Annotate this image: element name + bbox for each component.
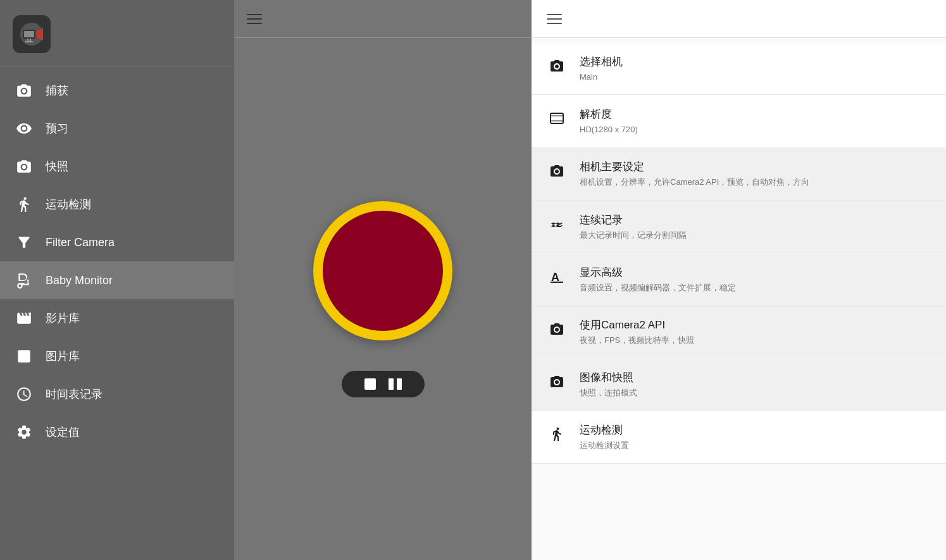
settings-item-title-resolution: 解析度 [580, 107, 931, 121]
settings-item-subtitle-continuous: 最大记录时间，记录分割间隔 [580, 230, 931, 241]
sidebar-header [0, 0, 234, 66]
sidebar-item-label-filter: Filter Camera [46, 236, 115, 249]
stop-button[interactable] [364, 378, 376, 390]
settings-item-subtitle-camera-select: Main [580, 72, 931, 83]
settings-item-camera-select[interactable]: 选择相机Main [532, 43, 946, 95]
sidebar-item-label-timelapse: 时间表记录 [46, 387, 103, 402]
settings-item-subtitle-display-advanced: 音频设置，视频编解码器，文件扩展，稳定 [580, 282, 931, 294]
camera-photo-settings-icon [547, 371, 567, 392]
gear-icon [15, 423, 33, 441]
settings-item-title-continuous: 连续记录 [580, 213, 931, 227]
camera-icon [15, 82, 33, 99]
settings-item-content-display-advanced: 显示高级音频设置，视频编解码器，文件扩展，稳定 [580, 265, 931, 294]
sidebar-navigation: 捕获预习快照运动检测Filter CameraBaby Monitor影片库图片… [0, 66, 234, 560]
settings-item-resolution[interactable]: 解析度HD(1280 x 720) [532, 96, 946, 147]
right-panel: 选择相机Main解析度HD(1280 x 720)相机主要设定相机设置，分辨率，… [532, 0, 946, 560]
walk-settings-icon [547, 424, 567, 444]
camera-settings-icon [547, 319, 567, 339]
pause-button[interactable] [389, 378, 402, 390]
walk-icon [15, 196, 33, 213]
camera-settings-icon [547, 56, 567, 76]
sidebar-item-motion[interactable]: 运动检测 [0, 185, 234, 223]
settings-item-subtitle-camera-main: 相机设置，分辨率，允许Camera2 API，预览，自动对焦，方向 [580, 177, 931, 188]
settings-item-content-image-photo: 图像和快照快照，连拍模式 [580, 370, 931, 399]
sidebar-item-photo[interactable]: 快照 [0, 147, 234, 185]
camera-circle-icon [15, 158, 33, 175]
settings-item-title-camera-main: 相机主要设定 [580, 159, 931, 174]
sidebar-item-video-lib[interactable]: 影片库 [0, 299, 234, 337]
sidebar: 捕获预习快照运动检测Filter CameraBaby Monitor影片库图片… [0, 0, 234, 560]
settings-item-content-camera-select: 选择相机Main [580, 54, 931, 83]
right-header [532, 0, 946, 38]
settings-item-subtitle-resolution: HD(1280 x 720) [580, 124, 931, 135]
eye-icon [15, 120, 33, 137]
sidebar-item-label-video-lib: 影片库 [46, 311, 80, 326]
sidebar-item-label-settings: 设定值 [46, 425, 80, 440]
settings-item-title-camera-select: 选择相机 [580, 54, 931, 69]
settings-item-content-continuous: 连续记录最大记录时间，记录分割间隔 [580, 213, 931, 241]
center-header [234, 0, 532, 38]
settings-item-content-camera2-api: 使用Camera2 API夜视，FPS，视频比特率，快照 [580, 318, 931, 346]
sidebar-item-label-motion: 运动检测 [46, 197, 91, 212]
settings-item-content-motion-detect: 运动检测运动检测设置 [580, 423, 931, 451]
sidebar-item-label-photo: 快照 [46, 159, 68, 174]
center-menu-icon[interactable] [247, 14, 262, 24]
sidebar-item-capture[interactable]: 捕获 [0, 72, 234, 109]
settings-item-title-camera2-api: 使用Camera2 API [580, 318, 931, 332]
settings-item-image-photo[interactable]: 图像和快照快照，连拍模式 [532, 359, 946, 411]
clock-icon [15, 385, 33, 403]
sidebar-item-label-baby: Baby Monitor [46, 274, 113, 287]
svg-rect-3 [24, 31, 34, 37]
text-a-settings-icon: A [547, 266, 567, 287]
settings-item-subtitle-camera2-api: 夜视，FPS，视频比特率，快照 [580, 335, 931, 346]
sidebar-item-preview[interactable]: 预习 [0, 109, 234, 147]
resolution-settings-icon [547, 108, 567, 128]
sidebar-item-photo-lib[interactable]: 图片库 [0, 337, 234, 375]
settings-item-continuous[interactable]: 连续记录最大记录时间，记录分割间隔 [532, 201, 946, 253]
sidebar-item-baby[interactable]: Baby Monitor [0, 261, 234, 299]
record-button[interactable] [323, 211, 443, 331]
record-button-outer [313, 201, 452, 340]
settings-item-motion-detect[interactable]: 运动检测运动检测设置 [532, 411, 946, 463]
funnel-icon [15, 233, 33, 251]
center-panel [234, 0, 532, 560]
stroller-icon [15, 271, 33, 289]
settings-item-display-advanced[interactable]: A显示高级音频设置，视频编解码器，文件扩展，稳定 [532, 254, 946, 306]
settings-list: 选择相机Main解析度HD(1280 x 720)相机主要设定相机设置，分辨率，… [532, 38, 946, 560]
film-icon [15, 309, 33, 327]
settings-item-title-display-advanced: 显示高级 [580, 265, 931, 280]
sidebar-item-label-capture: 捕获 [46, 83, 68, 98]
app-logo [13, 15, 51, 53]
settings-item-camera-main[interactable]: 相机主要设定相机设置，分辨率，允许Camera2 API，预览，自动对焦，方向 [532, 148, 946, 200]
right-menu-icon[interactable] [547, 14, 562, 24]
sidebar-item-label-photo-lib: 图片库 [46, 349, 80, 364]
media-pill [342, 371, 425, 397]
settings-item-title-motion-detect: 运动检测 [580, 423, 931, 437]
settings-item-camera2-api[interactable]: 使用Camera2 API夜视，FPS，视频比特率，快照 [532, 306, 946, 358]
media-controls [342, 371, 425, 397]
settings-item-subtitle-image-photo: 快照，连拍模式 [580, 387, 931, 399]
camera-settings-icon [547, 161, 567, 181]
sidebar-item-settings[interactable]: 设定值 [0, 413, 234, 451]
sidebar-item-label-preview: 预习 [46, 121, 68, 136]
sidebar-item-filter[interactable]: Filter Camera [0, 223, 234, 261]
image-icon [15, 347, 33, 365]
settings-item-subtitle-motion-detect: 运动检测设置 [580, 440, 931, 451]
settings-item-title-image-photo: 图像和快照 [580, 370, 931, 385]
svg-rect-7 [551, 113, 563, 123]
sidebar-item-timelapse[interactable]: 时间表记录 [0, 375, 234, 413]
wave-settings-icon [547, 214, 567, 234]
record-area [313, 38, 452, 560]
settings-item-content-resolution: 解析度HD(1280 x 720) [580, 107, 931, 135]
settings-item-content-camera-main: 相机主要设定相机设置，分辨率，允许Camera2 API，预览，自动对焦，方向 [580, 159, 931, 188]
